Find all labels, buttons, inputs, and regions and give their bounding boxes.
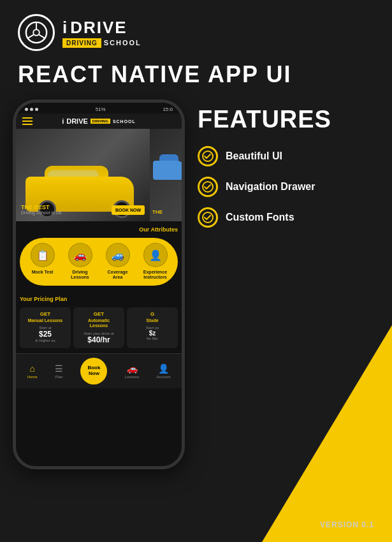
coverage-area-icon-circle: 🚙 bbox=[106, 243, 130, 267]
feature-navigation-drawer: Navigation Drawer bbox=[198, 177, 373, 197]
logo-driving-school: DRIVING SCHOOL bbox=[62, 38, 142, 48]
pricing-card-price-3: $z bbox=[130, 330, 175, 337]
pricing-card-price-1: $25 bbox=[23, 330, 68, 339]
main-title: REACT NATIVE APP UI bbox=[0, 57, 392, 99]
checkmark-svg-2 bbox=[202, 181, 214, 193]
pricing-card-type-1: Manual Lessons bbox=[23, 318, 68, 323]
badge-school: SCHOOL bbox=[104, 39, 142, 47]
app-logo-small: i DRIVE DRIVING SCHOOL bbox=[62, 117, 136, 125]
svg-line-3 bbox=[28, 34, 34, 38]
mock-test-icon: 📋 bbox=[36, 249, 49, 261]
nav-lessons-label: Lessons bbox=[125, 375, 139, 379]
phone-mockup: 51% 15:0 i DRIVE DRIVING SCHOOL bbox=[13, 99, 185, 469]
attributes-section: Our Attributes 📋 Mock Test 🚗 DrivingLess… bbox=[16, 221, 182, 291]
carousel-main-label: THE BEST bbox=[21, 204, 62, 210]
signal-dot-3 bbox=[35, 108, 38, 111]
nav-plan[interactable]: ☰ Plan bbox=[55, 363, 63, 379]
header: i DRIVE DRIVING SCHOOL bbox=[0, 0, 392, 57]
app-logo-i: i bbox=[62, 117, 64, 125]
pricing-card-note-3: for Blo bbox=[130, 337, 175, 341]
logo-text-group: i DRIVE DRIVING SCHOOL bbox=[62, 18, 142, 48]
battery-text: 51% bbox=[96, 106, 106, 112]
feature-text-3: Custom Fonts bbox=[226, 212, 294, 223]
instructors-icon: 👤 bbox=[149, 249, 162, 261]
checkmark-svg-1 bbox=[202, 150, 214, 162]
logo-idrive: i DRIVE bbox=[62, 18, 142, 38]
pricing-card-automatic: GET AutomaticLessons Start your drive at… bbox=[73, 307, 124, 348]
hamburger-menu[interactable] bbox=[22, 117, 33, 125]
driving-lessons-label: DrivingLessons bbox=[71, 270, 89, 281]
svg-point-1 bbox=[33, 29, 40, 36]
pricing-card-get-2: GET bbox=[76, 311, 121, 317]
app-badge-driving: DRIVING bbox=[91, 119, 110, 124]
attribute-driving-lessons: 🚗 DrivingLessons bbox=[68, 243, 92, 281]
check-icon-2 bbox=[198, 177, 218, 197]
version-text: VERSION 0.1 bbox=[320, 520, 374, 529]
nav-account-label: Account bbox=[157, 375, 171, 379]
attribute-coverage-area: 🚙 CoverageArea bbox=[106, 243, 130, 281]
feature-text-1: Beautiful UI bbox=[226, 150, 282, 162]
app-school-text: SCHOOL bbox=[113, 119, 136, 124]
check-icon-1 bbox=[198, 146, 218, 166]
driving-lessons-icon: 🚗 bbox=[74, 249, 87, 261]
nav-plan-label: Plan bbox=[55, 375, 63, 379]
steering-wheel-icon bbox=[24, 20, 48, 45]
nav-account[interactable]: 👤 Account bbox=[157, 363, 171, 379]
mock-test-label: Mock Test bbox=[32, 270, 54, 275]
carousel-main-slide: THE BEST Driving School in UK BOOK NOW bbox=[16, 129, 150, 221]
carousel-sub-label: Driving School in UK bbox=[21, 210, 62, 215]
features-title: FEATURES bbox=[198, 106, 373, 133]
page-container: i DRIVE DRIVING SCHOOL REACT NATIVE APP … bbox=[0, 0, 392, 542]
pricing-card-get-1: GET bbox=[23, 311, 68, 317]
instructors-icon-circle: 👤 bbox=[143, 243, 168, 267]
pricing-card-price-2: $40/hr bbox=[76, 335, 121, 344]
nav-home[interactable]: ⌂ Home bbox=[27, 363, 38, 379]
coverage-area-icon: 🚙 bbox=[112, 249, 124, 261]
pricing-card-note-1: & Higher as bbox=[23, 339, 68, 342]
carousel-side-label: THE bbox=[152, 209, 163, 215]
carousel-book-now-btn[interactable]: BOOK NOW bbox=[112, 205, 145, 215]
attributes-grid: 📋 Mock Test 🚗 DrivingLessons 🚙 bbox=[20, 238, 178, 286]
app-header-inner: i DRIVE DRIVING SCHOOL bbox=[16, 114, 182, 129]
book-now-cta[interactable]: BookNow bbox=[80, 358, 107, 385]
pricing-card-type-2: AutomaticLessons bbox=[76, 318, 121, 329]
attribute-mock-test: 📋 Mock Test bbox=[31, 243, 55, 281]
phone-carousel: THE BEST Driving School in UK BOOK NOW T… bbox=[16, 129, 182, 221]
phone-status-bar: 51% 15:0 bbox=[16, 103, 182, 114]
feature-text-2: Navigation Drawer bbox=[226, 181, 315, 193]
bottom-nav: ⌂ Home ☰ Plan BookNow 🚗 Lessons 👤 Accoun… bbox=[16, 353, 182, 388]
logo-i-letter: i bbox=[62, 18, 68, 38]
pricing-card-get-3: G bbox=[130, 311, 175, 317]
driving-lessons-icon-circle: 🚗 bbox=[68, 243, 92, 267]
pricing-card-student: G Stude Start yo $z for Blo bbox=[127, 307, 178, 348]
checkmark-svg-3 bbox=[202, 212, 214, 223]
logo-icon bbox=[18, 14, 55, 51]
attribute-instructors: 👤 ExperienceInstructors bbox=[143, 243, 168, 281]
pricing-cards: GET Manual Lessons Start at $25 & Higher… bbox=[20, 307, 178, 348]
pricing-card-type-3: Stude bbox=[130, 318, 175, 323]
feature-custom-fonts: Custom Fonts bbox=[198, 207, 373, 228]
feature-beautiful-ui: Beautiful UI bbox=[198, 146, 373, 166]
logo-drive-text: DRIVE bbox=[70, 18, 127, 38]
hamburger-line-1 bbox=[22, 117, 33, 119]
lessons-icon: 🚗 bbox=[127, 363, 138, 374]
content-area: 51% 15:0 i DRIVE DRIVING SCHOOL bbox=[0, 99, 392, 469]
svg-line-4 bbox=[39, 34, 45, 38]
signal-dot-2 bbox=[30, 108, 33, 111]
instructors-label: ExperienceInstructors bbox=[143, 270, 167, 281]
account-icon: 👤 bbox=[158, 363, 169, 374]
coverage-area-label: CoverageArea bbox=[108, 270, 128, 281]
signal-dot-1 bbox=[25, 108, 28, 111]
home-icon: ⌂ bbox=[29, 363, 34, 374]
carousel-side-slide: THE bbox=[150, 129, 182, 221]
attributes-title: Our Attributes bbox=[20, 226, 178, 233]
hamburger-line-3 bbox=[22, 124, 33, 125]
nav-lessons[interactable]: 🚗 Lessons bbox=[125, 363, 139, 379]
status-dots bbox=[25, 108, 38, 111]
carousel-text-overlay: THE BEST Driving School in UK bbox=[21, 204, 62, 215]
plan-icon: ☰ bbox=[55, 363, 63, 374]
app-logo-drive: DRIVE bbox=[66, 117, 88, 125]
pricing-section: Your Pricing Plan GET Manual Lessons Sta… bbox=[16, 291, 182, 353]
time-text: 15:0 bbox=[163, 106, 173, 112]
badge-driving: DRIVING bbox=[62, 38, 101, 48]
